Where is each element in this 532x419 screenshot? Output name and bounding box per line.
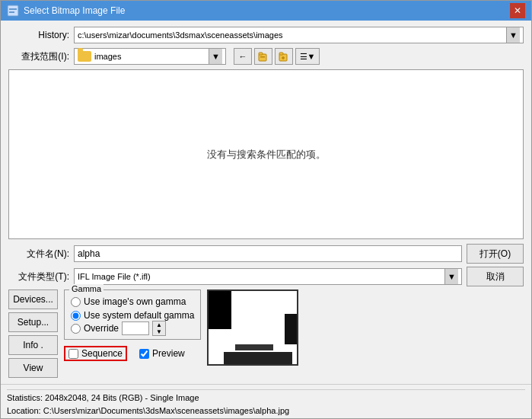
stats-line2: Location: C:\Users\mizar\Documents\3dsMa… bbox=[7, 405, 525, 417]
location-folder-name: images bbox=[94, 52, 121, 61]
svg-rect-1 bbox=[9, 8, 17, 10]
filetype-label: 文件类型(T): bbox=[8, 270, 69, 283]
gamma-override-row: Override ▲ ▼ bbox=[71, 321, 194, 336]
folder-icon bbox=[78, 51, 91, 62]
svg-rect-4 bbox=[259, 53, 263, 55]
nav-up-button[interactable] bbox=[254, 48, 272, 65]
svg-rect-13 bbox=[224, 352, 292, 364]
empty-message: 没有与搜索条件匹配的项。 bbox=[207, 148, 326, 162]
filetype-value: IFL Image File (*.ifl) bbox=[78, 272, 151, 281]
new-folder-button[interactable] bbox=[275, 48, 293, 65]
location-folder: images bbox=[78, 51, 121, 62]
info-label: Info . bbox=[23, 340, 43, 350]
setup-button[interactable]: Setup... bbox=[8, 312, 58, 332]
title-bar: Select Bitmap Image File ✕ bbox=[1, 1, 531, 21]
sequence-checkbox[interactable] bbox=[68, 349, 78, 359]
preview-area bbox=[207, 289, 298, 366]
gamma-option2-label: Use system default gamma bbox=[84, 310, 194, 321]
dialog-content: History: c:\users\mizar\documents\3dsmax… bbox=[1, 21, 531, 384]
open-button[interactable]: 打开(O) bbox=[467, 244, 524, 264]
gamma-and-checks: Gamma Use image's own gamma Use system d… bbox=[64, 289, 201, 361]
cancel-button[interactable]: 取消 bbox=[467, 267, 524, 286]
preview-image bbox=[209, 291, 297, 364]
nav-back-button[interactable]: ← bbox=[234, 48, 252, 65]
view-toggle-button[interactable]: ☰▼ bbox=[295, 48, 320, 65]
file-list-area[interactable]: 没有与搜索条件匹配的项。 bbox=[8, 69, 524, 239]
svg-rect-12 bbox=[285, 314, 297, 344]
override-input[interactable] bbox=[122, 321, 149, 335]
gamma-option1-label: Use image's own gamma bbox=[84, 296, 186, 307]
filename-row: 文件名(N): 打开(O) bbox=[8, 244, 524, 264]
svg-rect-14 bbox=[235, 344, 273, 350]
preview-checkbox-item: Preview bbox=[139, 348, 185, 359]
stats-separator bbox=[7, 389, 525, 390]
history-combo[interactable]: c:\users\mizar\documents\3dsmax\sceneass… bbox=[74, 27, 524, 43]
location-label: 查找范围(I): bbox=[8, 50, 69, 63]
svg-rect-2 bbox=[9, 11, 14, 13]
svg-rect-0 bbox=[8, 5, 18, 16]
gamma-option2-row: Use system default gamma bbox=[71, 310, 194, 321]
stats-bar: Statistics: 2048x2048, 24 Bits (RGB) - S… bbox=[1, 384, 531, 418]
preview-checkbox[interactable] bbox=[139, 349, 149, 359]
gamma-option3-label: Override bbox=[84, 323, 119, 334]
close-button[interactable]: ✕ bbox=[510, 3, 525, 18]
sequence-checkbox-wrap: Sequence bbox=[64, 346, 127, 361]
svg-rect-11 bbox=[209, 291, 231, 329]
up-folder-icon bbox=[258, 51, 269, 62]
gamma-group: Gamma Use image's own gamma Use system d… bbox=[64, 289, 201, 340]
location-row: 查找范围(I): images ▼ ← bbox=[8, 48, 524, 65]
bottom-section: 文件名(N): 打开(O) 文件类型(T): IFL Image File (*… bbox=[8, 244, 524, 378]
location-arrow[interactable]: ▼ bbox=[209, 49, 222, 64]
gamma-legend: Gamma bbox=[69, 284, 104, 293]
filetype-arrow[interactable]: ▼ bbox=[444, 269, 458, 284]
location-combo[interactable]: images ▼ bbox=[74, 48, 226, 65]
history-arrow[interactable]: ▼ bbox=[506, 27, 520, 43]
devices-button[interactable]: Devices... bbox=[8, 289, 58, 309]
history-label: History: bbox=[8, 30, 69, 40]
main-window: Select Bitmap Image File ✕ History: c:\u… bbox=[0, 0, 532, 419]
view-button[interactable]: View bbox=[8, 358, 58, 378]
gamma-option1-radio[interactable] bbox=[71, 297, 81, 307]
gamma-option1-row: Use image's own gamma bbox=[71, 296, 194, 307]
options-row: Devices... Setup... Info . View Gamma Us… bbox=[8, 289, 524, 378]
window-icon bbox=[7, 5, 19, 17]
gamma-option3-radio[interactable] bbox=[71, 324, 81, 334]
filetype-combo[interactable]: IFL Image File (*.ifl) ▼ bbox=[74, 268, 462, 285]
info-button[interactable]: Info . bbox=[8, 335, 58, 355]
new-folder-icon bbox=[279, 51, 289, 62]
title-bar-left: Select Bitmap Image File bbox=[7, 5, 125, 17]
left-buttons: Devices... Setup... Info . View bbox=[8, 289, 58, 378]
window-title: Select Bitmap Image File bbox=[24, 5, 125, 16]
svg-rect-5 bbox=[260, 56, 265, 58]
gamma-option2-radio[interactable] bbox=[71, 311, 81, 321]
override-up-button[interactable]: ▲ bbox=[153, 321, 165, 328]
check-row: Sequence Preview bbox=[64, 346, 201, 361]
preview-label: Preview bbox=[152, 348, 185, 359]
filename-label: 文件名(N): bbox=[8, 248, 69, 261]
svg-rect-7 bbox=[279, 53, 283, 55]
history-row: History: c:\users\mizar\documents\3dsmax… bbox=[8, 27, 524, 43]
stats-line1: Statistics: 2048x2048, 24 Bits (RGB) - S… bbox=[7, 392, 525, 405]
sequence-label: Sequence bbox=[81, 348, 123, 359]
history-value: c:\users\mizar\documents\3dsmax\sceneass… bbox=[78, 30, 283, 40]
override-down-button[interactable]: ▼ bbox=[153, 328, 165, 335]
filename-input[interactable] bbox=[74, 245, 462, 262]
